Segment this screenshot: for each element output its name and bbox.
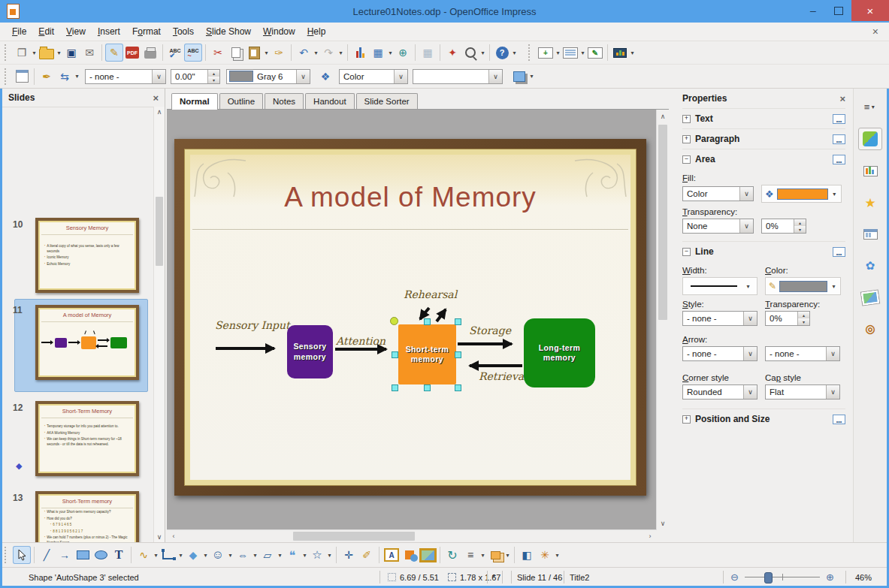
dialog-launcher-icon[interactable]: ••• — [833, 415, 845, 424]
rotate-button[interactable]: ↻ — [443, 546, 461, 564]
save-button[interactable]: ▣ — [62, 44, 80, 62]
zoom-slider-thumb[interactable] — [764, 572, 773, 583]
slides-panel-scrollbar[interactable]: ∧ ∨ — [153, 107, 165, 542]
chevron-down-icon[interactable]: ∨ — [394, 70, 407, 83]
cut-button[interactable]: ✂ — [209, 44, 227, 62]
rectangle-tool[interactable] — [74, 546, 92, 564]
tab-styles[interactable]: ✿ — [859, 255, 881, 276]
scroll-up-icon[interactable]: ∧ — [658, 111, 668, 122]
fill-button[interactable]: ❖ — [316, 68, 334, 86]
chevron-down-icon[interactable]: ▾ — [745, 283, 751, 290]
paste-button[interactable] — [245, 44, 263, 62]
chevron-down-icon[interactable]: ▾ — [31, 50, 38, 56]
chevron-down-icon[interactable]: ▾ — [337, 50, 344, 56]
chevron-down-icon[interactable]: ▾ — [56, 50, 62, 56]
connector-tool[interactable] — [159, 546, 177, 564]
chevron-down-icon[interactable]: ∨ — [739, 187, 753, 201]
selection-handle[interactable] — [424, 318, 431, 325]
menu-slideshow[interactable]: Slide Show — [200, 23, 257, 40]
section-position-size[interactable]: + Position and Size ••• — [682, 409, 845, 429]
chevron-down-icon[interactable]: ▾ — [74, 73, 80, 80]
toolbar-grip[interactable] — [5, 547, 9, 563]
fill-type-select[interactable]: Color ∨ — [339, 69, 408, 84]
chevron-down-icon[interactable]: ∨ — [826, 347, 839, 360]
chevron-down-icon[interactable]: ∨ — [488, 70, 502, 83]
clone-formatting-button[interactable]: ✑ — [270, 44, 288, 62]
chevron-down-icon[interactable]: ∨ — [296, 70, 310, 83]
extrusion-button[interactable]: ◧ — [518, 546, 536, 564]
arrow-start-select[interactable]: - none - ∨ — [682, 346, 757, 361]
sensory-memory-box[interactable]: Sensory memory — [287, 325, 333, 378]
tab-slide-sorter[interactable]: Slide Sorter — [356, 93, 418, 109]
chevron-down-icon[interactable]: ▾ — [387, 50, 394, 56]
line-style-select[interactable]: - none - ∨ — [85, 69, 166, 84]
help-button[interactable]: ? — [493, 44, 511, 62]
chevron-down-icon[interactable]: ∨ — [743, 347, 757, 360]
shadow-button[interactable] — [510, 68, 528, 86]
spin-up-icon[interactable]: ▴ — [798, 312, 809, 318]
menu-help[interactable]: Help — [301, 23, 332, 40]
flowchart-tool[interactable]: ▱ — [259, 546, 277, 564]
spin-down-icon[interactable]: ▾ — [794, 226, 806, 233]
new-document-button[interactable]: ❐ — [13, 44, 31, 62]
long-term-memory-box[interactable]: Long-term memory — [524, 318, 595, 387]
stars-tool[interactable]: ☆ — [308, 546, 326, 564]
scroll-left-icon[interactable]: ‹ — [168, 531, 179, 541]
export-pdf-button[interactable]: PDF — [123, 44, 141, 62]
line-width-control[interactable]: ▾ — [682, 277, 757, 295]
close-icon[interactable]: × — [153, 92, 159, 104]
arrow-end-select[interactable]: - none - ∨ — [765, 346, 840, 361]
menu-view[interactable]: View — [60, 23, 92, 40]
slide-design-button[interactable]: ✎ — [586, 44, 604, 62]
menu-tools[interactable]: Tools — [167, 23, 200, 40]
chevron-down-icon[interactable]: ▾ — [301, 552, 308, 559]
spellcheck-button[interactable]: ABC✔ — [166, 44, 184, 62]
basic-shapes-tool[interactable]: ◆ — [184, 546, 202, 564]
chevron-down-icon[interactable]: ▾ — [326, 552, 333, 559]
block-arrows-tool[interactable]: ⇔ — [234, 546, 252, 564]
chevron-down-icon[interactable]: ∨ — [826, 385, 839, 399]
toolbar-options-icon[interactable]: ▾ — [554, 552, 561, 559]
scrollbar-thumb[interactable] — [293, 532, 415, 541]
selection-handle[interactable] — [455, 384, 461, 391]
scroll-up-icon[interactable]: ∧ — [154, 107, 165, 117]
slide-thumbnail-11[interactable]: A model of Memory — [35, 305, 139, 380]
navigator-button[interactable]: ✦ — [443, 44, 461, 62]
menu-format[interactable]: Format — [126, 23, 167, 40]
area-fill-type-select[interactable]: Color ∨ — [682, 186, 754, 201]
3d-objects-button[interactable] — [401, 546, 419, 564]
chevron-down-icon[interactable]: ∨ — [152, 70, 165, 83]
line-style-select[interactable]: - none - ∨ — [682, 311, 757, 326]
selection-handle[interactable] — [455, 318, 461, 325]
toolbar-options-icon[interactable]: ▾ — [528, 73, 535, 80]
tab-navigator[interactable]: ◎ — [859, 318, 881, 339]
zoom-in-icon[interactable]: ⊕ — [826, 571, 834, 583]
slide-thumbnail-10[interactable]: Sensory Memory A literal copy of what yo… — [35, 218, 139, 293]
slide-show-button[interactable] — [611, 44, 629, 62]
arrow-style-button[interactable]: ⇆ — [56, 68, 74, 86]
zoom-slider[interactable] — [745, 577, 820, 577]
selection-handle[interactable] — [392, 351, 398, 358]
chevron-down-icon[interactable]: ▾ — [830, 283, 837, 290]
toolbar-grip[interactable] — [528, 44, 533, 61]
minimize-button[interactable]: – — [800, 0, 826, 21]
open-button[interactable] — [38, 44, 56, 62]
fill-color-select[interactable]: ∨ — [413, 69, 503, 84]
line-color-control[interactable]: ✎ ▾ — [765, 277, 841, 295]
arrange-button[interactable] — [486, 546, 504, 564]
transparency-spinner[interactable]: 0% ▴▾ — [761, 219, 806, 234]
scroll-down-icon[interactable]: ∨ — [154, 532, 165, 542]
slide-layout-button[interactable] — [561, 44, 579, 62]
zoom-button[interactable] — [461, 44, 479, 62]
horizontal-scrollbar[interactable]: ‹ › — [167, 529, 657, 542]
menu-insert[interactable]: Insert — [92, 23, 126, 40]
chevron-down-icon[interactable]: ▾ — [202, 552, 209, 559]
menu-window[interactable]: Window — [257, 23, 301, 40]
expand-icon[interactable]: + — [682, 135, 691, 143]
tab-slide-transition[interactable] — [859, 161, 881, 182]
chevron-down-icon[interactable]: ▾ — [263, 50, 270, 56]
area-fill-color-control[interactable]: ❖ ▾ — [761, 185, 842, 203]
section-paragraph[interactable]: + Paragraph ••• — [682, 128, 845, 149]
dialog-launcher-icon[interactable]: ••• — [833, 247, 845, 257]
alignment-button[interactable]: ≡ — [461, 546, 479, 564]
